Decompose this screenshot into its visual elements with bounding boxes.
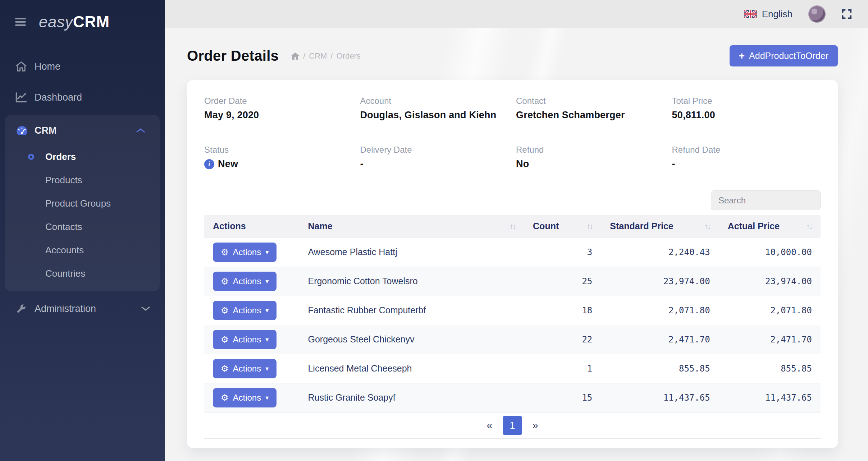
gauge-icon: [15, 124, 35, 137]
sidebar-item-home[interactable]: Home: [0, 51, 165, 82]
sidebar-item-countries[interactable]: Countries: [5, 262, 160, 285]
field-value: 50,811.00: [672, 110, 821, 121]
cell-count: 25: [524, 267, 601, 296]
sidebar-item-label: Product Groups: [45, 198, 111, 209]
row-actions-button[interactable]: ⚙Actions▾: [213, 330, 277, 349]
topbar: English: [165, 0, 868, 28]
sidebar-group-crm: CRM Orders Products Product Groups: [5, 115, 160, 291]
sidebar: easyCRM Home Dashboard: [0, 0, 165, 461]
page-title: Order Details: [187, 48, 279, 64]
home-icon: [15, 61, 35, 72]
sort-icon[interactable]: ↑↓: [510, 222, 515, 231]
field-value: i New: [204, 158, 353, 170]
cell-name: Fantastic Rubber Computerbf: [299, 296, 524, 325]
sidebar-item-label: Orders: [45, 151, 76, 162]
cell-name: Rustic Granite Soapyf: [299, 383, 524, 412]
table-row: ⚙Actions▾ Gorgeous Steel Chickenyv 22 2,…: [204, 325, 821, 354]
sidebar-item-accounts[interactable]: Accounts: [5, 239, 160, 262]
cell-count: 3: [524, 238, 601, 267]
caret-down-icon: ▾: [265, 395, 269, 401]
row-actions-button[interactable]: ⚙Actions▾: [213, 359, 277, 378]
main-area: English Order Details / CRM / O: [165, 0, 868, 461]
cell-actual-price: 10,000.00: [719, 238, 821, 267]
brand-suffix: CRM: [73, 13, 110, 31]
cell-actual-price: 2,071.80: [719, 296, 821, 325]
sort-icon[interactable]: ↑↓: [806, 222, 812, 231]
field-refund-date: Refund Date -: [672, 145, 821, 170]
field-value: Douglas, Gislason and Kiehn: [360, 110, 509, 121]
sort-icon[interactable]: ↑↓: [704, 222, 710, 231]
column-header-actions: Actions: [204, 215, 299, 238]
sidebar-item-products[interactable]: Products: [5, 169, 160, 192]
pagination-next-button[interactable]: »: [525, 420, 545, 431]
info-icon[interactable]: i: [204, 159, 214, 169]
order-products-table: Actions Name↑↓ Count↑↓ Standard Price↑↓ …: [204, 215, 821, 412]
column-header-name[interactable]: Name↑↓: [299, 215, 524, 238]
sidebar-item-dashboard[interactable]: Dashboard: [0, 82, 165, 113]
breadcrumb-link-crm[interactable]: CRM: [309, 51, 327, 61]
field-value: No: [516, 158, 665, 170]
field-label: Contact: [516, 96, 665, 106]
cell-count: 1: [524, 354, 601, 383]
language-selector[interactable]: English: [744, 9, 792, 20]
caret-down-icon: ▾: [265, 278, 269, 285]
pagination-prev-button[interactable]: «: [479, 420, 499, 431]
field-value: Gretchen Schamberger: [516, 110, 665, 121]
table-header-row: Actions Name↑↓ Count↑↓ Standard Price↑↓ …: [204, 215, 821, 238]
cell-actual-price: 2,471.70: [719, 325, 821, 354]
field-label: Account: [360, 96, 509, 106]
cell-count: 15: [524, 383, 601, 412]
order-info-row-2: Status i New Delivery Date - Refund No: [204, 145, 821, 170]
sidebar-item-label: Accounts: [45, 245, 84, 256]
fullscreen-icon[interactable]: [841, 9, 852, 19]
column-header-standard-price[interactable]: Standard Price↑↓: [601, 215, 719, 238]
plus-icon: +: [739, 51, 745, 61]
brand-prefix: easy: [39, 13, 73, 31]
card-divider: [204, 133, 821, 133]
field-delivery-date: Delivery Date -: [360, 145, 509, 170]
sidebar-item-label: Dashboard: [35, 92, 165, 103]
table-row: ⚙Actions▾ Awesome Plastic Hattj 3 2,240.…: [204, 238, 821, 267]
pagination-page-1[interactable]: 1: [503, 416, 522, 435]
cell-actual-price: 23,974.00: [719, 267, 821, 296]
gear-icon: ⚙: [221, 364, 229, 373]
table-row: ⚙Actions▾ Licensed Metal Cheeseph 1 855.…: [204, 354, 821, 383]
sidebar-item-label: Products: [45, 175, 82, 186]
field-label: Total Price: [672, 96, 821, 106]
brand-row: easyCRM: [0, 0, 165, 42]
cell-actual-price: 11,437.65: [719, 383, 821, 412]
column-header-count[interactable]: Count↑↓: [524, 215, 601, 238]
cell-standard-price: 11,437.65: [601, 383, 719, 412]
sidebar-item-label: Home: [35, 61, 165, 72]
menu-icon[interactable]: [15, 18, 26, 26]
sidebar-item-orders[interactable]: Orders: [5, 145, 160, 169]
content-area: Order Details / CRM / Orders + AddProduc…: [165, 28, 868, 461]
cell-count: 18: [524, 296, 601, 325]
brand-logo[interactable]: easyCRM: [39, 13, 110, 31]
page-header: Order Details / CRM / Orders + AddProduc…: [187, 45, 838, 66]
add-product-to-order-button[interactable]: + AddProductToOrder: [730, 45, 838, 66]
sidebar-item-crm[interactable]: CRM: [5, 116, 160, 145]
sidebar-nav: Home Dashboard CRM: [0, 42, 165, 324]
search-row: [204, 190, 821, 210]
sidebar-item-product-groups[interactable]: Product Groups: [5, 192, 160, 215]
sidebar-item-contacts[interactable]: Contacts: [5, 215, 160, 239]
sidebar-item-administration[interactable]: Administration: [0, 293, 165, 324]
breadcrumb-link-orders[interactable]: Orders: [336, 51, 360, 61]
table-row: ⚙Actions▾ Rustic Granite Soapyf 15 11,43…: [204, 383, 821, 412]
row-actions-button[interactable]: ⚙Actions▾: [213, 388, 277, 407]
cell-actual-price: 855.85: [719, 354, 821, 383]
row-actions-button[interactable]: ⚙Actions▾: [213, 301, 277, 320]
order-details-card: Order Date May 9, 2020 Account Douglas, …: [187, 80, 838, 448]
search-input[interactable]: [711, 190, 821, 210]
gear-icon: ⚙: [221, 248, 229, 257]
user-avatar[interactable]: [808, 5, 826, 23]
app-window: easyCRM Home Dashboard: [0, 0, 868, 461]
caret-down-icon: ▾: [265, 336, 269, 343]
column-header-actual-price[interactable]: Actual Price↑↓: [719, 215, 821, 238]
row-actions-button[interactable]: ⚙Actions▾: [213, 272, 277, 291]
row-actions-button[interactable]: ⚙Actions▾: [213, 243, 277, 262]
home-breadcrumb-icon[interactable]: [291, 52, 300, 60]
sort-icon[interactable]: ↑↓: [586, 222, 592, 231]
cell-name: Awesome Plastic Hattj: [299, 238, 524, 267]
